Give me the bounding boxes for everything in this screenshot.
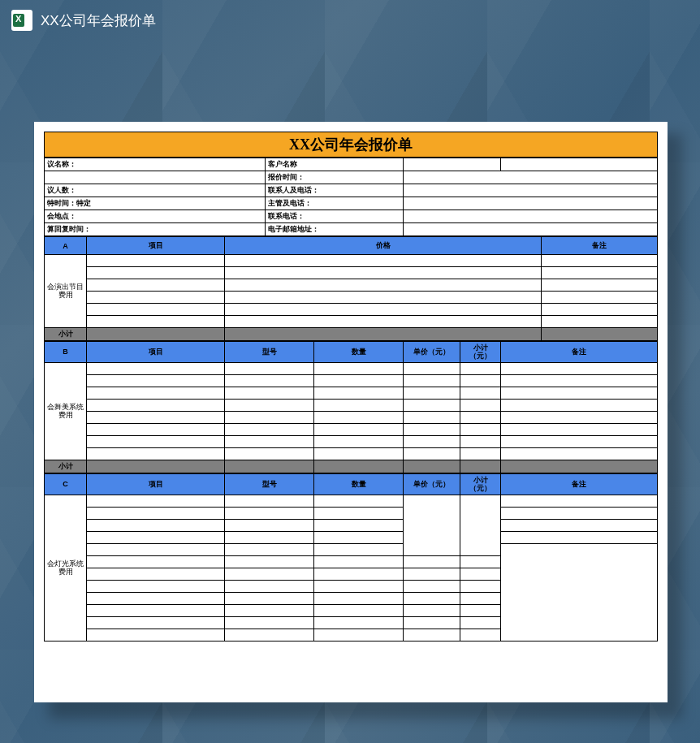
cell [460, 375, 501, 387]
cell [87, 629, 225, 641]
cell [404, 375, 460, 387]
cell [404, 448, 460, 460]
section-b-header-model: 型号 [225, 342, 314, 363]
cell [87, 267, 225, 279]
cell [225, 328, 542, 341]
section-b-header-sub: 小计（元） [460, 342, 501, 363]
info-right-1: 报价时间： [266, 171, 404, 184]
cell [460, 436, 501, 448]
cell [542, 304, 658, 316]
cell [314, 400, 404, 412]
cell [404, 617, 460, 629]
cell [225, 532, 314, 544]
info-label-text: 特时间： [47, 199, 76, 207]
cell [87, 363, 225, 375]
cell [542, 292, 658, 304]
section-a-header-item: 项目 [87, 237, 225, 255]
cell [87, 328, 225, 341]
cell [460, 460, 501, 473]
cell [225, 267, 542, 279]
cell [501, 424, 658, 436]
cell [314, 460, 404, 473]
cell [314, 593, 404, 605]
cell [404, 495, 460, 556]
cell [87, 556, 225, 568]
cell [501, 412, 658, 424]
cell [404, 363, 460, 375]
cell [225, 316, 542, 328]
cell [542, 267, 658, 279]
section-b-subtotal: 小计 [45, 460, 87, 473]
cell [87, 279, 225, 292]
cell [542, 328, 658, 341]
cell [460, 363, 501, 375]
cell [225, 629, 314, 641]
cell [501, 448, 658, 460]
cell [460, 400, 501, 412]
cell [404, 568, 460, 581]
cell [225, 255, 542, 267]
info-left-2: 特时间：特定 [45, 197, 266, 210]
cell [87, 292, 225, 304]
cell [314, 363, 404, 375]
cell [87, 424, 225, 436]
cell [314, 375, 404, 387]
cell [87, 412, 225, 424]
cell [314, 605, 404, 617]
info-value [404, 197, 658, 210]
cell [225, 460, 314, 473]
section-a-table: A 项目 价格 备注 会演出节目费用 小计 [44, 236, 658, 341]
cell [87, 544, 225, 556]
cell [87, 532, 225, 544]
cell [87, 581, 225, 593]
cell [225, 581, 314, 593]
cell [460, 412, 501, 424]
cell [404, 581, 460, 593]
section-c-header-qty: 数量 [314, 474, 404, 495]
cell [87, 508, 225, 520]
cell [314, 544, 404, 556]
section-b-header-item: 项目 [87, 342, 225, 363]
section-b-rowlabel: 会舞美系统费用 [45, 363, 87, 460]
cell [314, 532, 404, 544]
cell [314, 412, 404, 424]
cell [314, 448, 404, 460]
info-right-5: 电子邮箱地址： [266, 223, 404, 236]
cell [404, 424, 460, 436]
cell [87, 436, 225, 448]
cell [404, 387, 460, 400]
cell [501, 400, 658, 412]
cell [87, 617, 225, 629]
cell [501, 532, 658, 544]
cell [501, 387, 658, 400]
info-value-text: 特定 [76, 199, 91, 207]
cell [225, 617, 314, 629]
section-c-header-price: 单价（元） [404, 474, 460, 495]
cell [404, 629, 460, 641]
cell [87, 400, 225, 412]
cell [404, 556, 460, 568]
cell [314, 424, 404, 436]
cell [460, 556, 501, 568]
info-left-3: 会地点： [45, 210, 266, 223]
info-right-2: 联系人及电话： [266, 184, 404, 197]
cell [225, 593, 314, 605]
cell [225, 363, 314, 375]
cell [460, 568, 501, 581]
cell [225, 495, 314, 508]
cell [404, 412, 460, 424]
cell [87, 605, 225, 617]
app-header: XX公司年会报价单 [0, 0, 700, 41]
cell [225, 424, 314, 436]
cell [314, 520, 404, 532]
section-c-table: C 项目 型号 数量 单价（元） 小计（元） 备注 会灯光系统费用 [44, 473, 658, 641]
cell [87, 448, 225, 460]
info-value [404, 184, 658, 197]
section-c-letter: C [45, 474, 87, 495]
cell [225, 520, 314, 532]
document-title-band: XX公司年会报价单 [44, 132, 658, 158]
cell [225, 605, 314, 617]
cell [460, 581, 501, 593]
info-value [404, 223, 658, 236]
cell [460, 629, 501, 641]
